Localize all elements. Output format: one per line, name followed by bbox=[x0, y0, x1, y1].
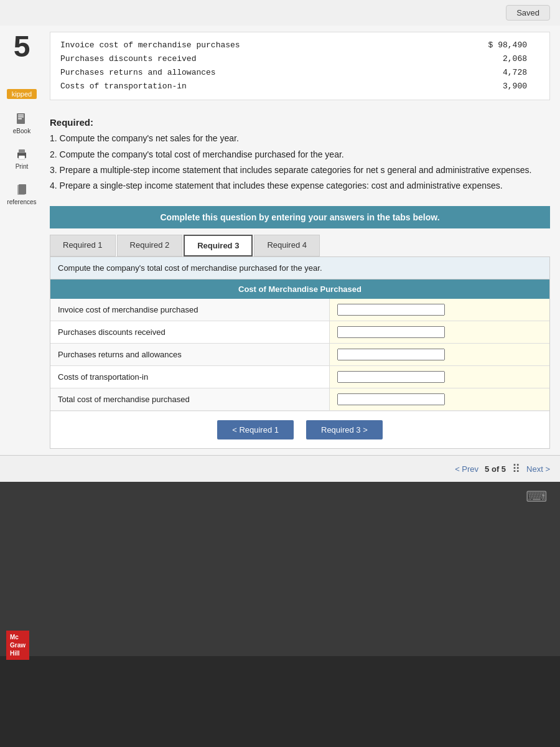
print-icon bbox=[14, 147, 29, 162]
next-required-button[interactable]: Required 3 > bbox=[306, 420, 383, 439]
keyboard-area: ⌨ bbox=[0, 482, 560, 656]
table-row: Total cost of merchandise purchased bbox=[50, 388, 549, 411]
saved-button[interactable]: Saved bbox=[506, 5, 550, 21]
svg-rect-1 bbox=[18, 115, 24, 116]
required-item-3: 3. Prepare a multiple-step income statem… bbox=[50, 162, 550, 178]
input-field-5[interactable] bbox=[337, 393, 445, 405]
screen: Saved 5 kipped bbox=[0, 0, 560, 747]
required-title: Required: bbox=[50, 114, 550, 131]
page-number: 5 bbox=[14, 32, 30, 62]
row-input-1[interactable] bbox=[329, 299, 549, 321]
svg-rect-8 bbox=[19, 184, 26, 194]
side-icons: kipped eBook bbox=[7, 87, 37, 205]
keyboard-icon: ⌨ bbox=[526, 488, 548, 505]
table-row: Invoice cost of merchandise purchased bbox=[50, 299, 549, 321]
input-field-2[interactable] bbox=[337, 326, 445, 338]
info-text: Invoice cost of merchandise purchases Pu… bbox=[60, 39, 240, 93]
tab-required-2[interactable]: Required 2 bbox=[117, 235, 183, 256]
table-description: Compute the company's total cost of merc… bbox=[50, 257, 549, 280]
info-value-2: 2,068 bbox=[488, 52, 527, 66]
kipped-badge: kipped bbox=[7, 89, 37, 99]
tab-required-1[interactable]: Required 1 bbox=[50, 235, 116, 256]
top-bar: Saved bbox=[0, 0, 560, 26]
tab-required-4[interactable]: Required 4 bbox=[254, 235, 320, 256]
page-indicator: 5 of 5 bbox=[485, 464, 506, 474]
required-item-2: 2. Compute the company's total cost of m… bbox=[50, 147, 550, 162]
row-label-1: Invoice cost of merchandise purchased bbox=[50, 299, 329, 321]
cost-table: Cost of Merchandise Purchased Invoice co… bbox=[50, 280, 549, 411]
required-item-1: 1. Compute the company's net sales for t… bbox=[50, 131, 550, 146]
info-box: Invoice cost of merchandise purchases Pu… bbox=[50, 32, 550, 100]
next-button[interactable]: Next > bbox=[526, 464, 550, 474]
info-line-4: Costs of transportation-in bbox=[60, 80, 240, 93]
ebook-label: eBook bbox=[13, 128, 30, 134]
prev-button[interactable]: < Prev bbox=[455, 464, 478, 474]
book-icon bbox=[14, 111, 29, 126]
grid-icon: ⠿ bbox=[512, 462, 520, 476]
left-sidebar: 5 kipped eBook bbox=[0, 26, 44, 455]
row-input-2[interactable] bbox=[329, 321, 549, 344]
table-row: Purchases returns and allowances bbox=[50, 344, 549, 366]
bottom-nav: < Prev 5 of 5 ⠿ Next > bbox=[455, 462, 550, 476]
svg-rect-2 bbox=[18, 116, 24, 118]
row-input-4[interactable] bbox=[329, 366, 549, 388]
references-label: references bbox=[7, 199, 36, 205]
sidebar-item-references[interactable]: references bbox=[7, 182, 37, 205]
tab-required-3[interactable]: Required 3 bbox=[184, 235, 253, 256]
info-value-4: 3,900 bbox=[488, 80, 527, 93]
info-line-1: Invoice cost of merchandise purchases bbox=[60, 39, 240, 52]
prev-required-button[interactable]: < Required 1 bbox=[217, 420, 294, 439]
required-section: Required: 1. Compute the company's net s… bbox=[50, 108, 550, 200]
info-values: $ 98,490 2,068 4,728 3,900 bbox=[488, 39, 539, 93]
input-field-1[interactable] bbox=[337, 304, 445, 316]
input-field-4[interactable] bbox=[337, 371, 445, 383]
svg-rect-5 bbox=[19, 149, 25, 153]
sidebar-item-print[interactable]: Print bbox=[7, 147, 37, 170]
row-input-3[interactable] bbox=[329, 344, 549, 366]
right-content: Invoice cost of merchandise purchases Pu… bbox=[44, 26, 560, 455]
info-value-1: $ 98,490 bbox=[488, 39, 527, 52]
row-label-2: Purchases discounts received bbox=[50, 321, 329, 344]
svg-rect-6 bbox=[19, 156, 25, 159]
nav-buttons: < Required 1 Required 3 > bbox=[50, 411, 549, 448]
info-line-3: Purchases returns and allowances bbox=[60, 66, 240, 80]
complete-bar: Complete this question by entering your … bbox=[50, 206, 550, 228]
required-item-4: 4. Prepare a single-step income statemen… bbox=[50, 178, 550, 194]
row-label-5: Total cost of merchandise purchased bbox=[50, 388, 329, 411]
info-value-3: 4,728 bbox=[488, 66, 527, 80]
tabs-container: Required 1 Required 2 Required 3 Require… bbox=[50, 235, 550, 256]
table-row: Costs of transportation-in bbox=[50, 366, 549, 388]
table-header: Cost of Merchandise Purchased bbox=[50, 280, 549, 299]
table-row: Purchases discounts received bbox=[50, 321, 549, 344]
references-icon bbox=[14, 182, 29, 197]
logo-line-3: Hill bbox=[10, 649, 26, 657]
row-input-5[interactable] bbox=[329, 388, 549, 411]
mcgraw-hill-logo: Mc Graw Hill bbox=[6, 631, 29, 660]
table-section: Compute the company's total cost of merc… bbox=[50, 256, 550, 449]
input-field-3[interactable] bbox=[337, 349, 445, 360]
logo-line-2: Graw bbox=[10, 641, 26, 649]
svg-rect-3 bbox=[18, 118, 22, 120]
sidebar-item-ebook[interactable]: eBook bbox=[7, 111, 37, 134]
row-label-3: Purchases returns and allowances bbox=[50, 344, 329, 366]
sidebar-item-kipped[interactable]: kipped bbox=[7, 87, 37, 99]
bottom-bar: < Prev 5 of 5 ⠿ Next > bbox=[0, 455, 560, 482]
print-label: Print bbox=[16, 163, 29, 170]
row-label-4: Costs of transportation-in bbox=[50, 366, 329, 388]
content-wrapper: 5 kipped eBook bbox=[0, 26, 560, 455]
logo-line-1: Mc bbox=[10, 633, 26, 641]
info-line-2: Purchases discounts received bbox=[60, 52, 240, 66]
